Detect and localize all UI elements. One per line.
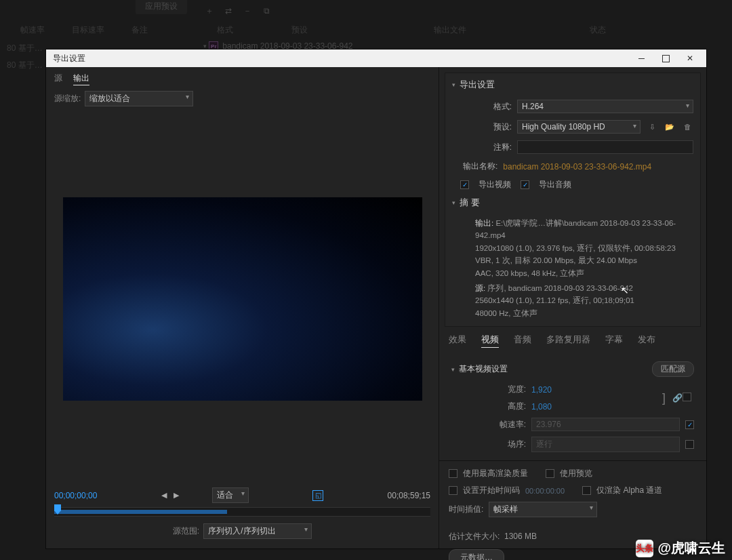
out-timecode: 00;08;59;15 xyxy=(388,491,430,500)
comment-input[interactable] xyxy=(517,140,693,154)
filesize-value: 1306 MB xyxy=(504,532,537,541)
link-dimensions-icon[interactable]: 🔗 xyxy=(672,393,683,403)
export-audio-checkbox[interactable] xyxy=(521,180,529,189)
tab-mux[interactable]: 多路复用器 xyxy=(546,334,590,348)
step-back-icon[interactable]: ◀ xyxy=(161,491,167,500)
tab-effects[interactable]: 效果 xyxy=(449,334,466,348)
tab-output[interactable]: 输出 xyxy=(73,73,89,85)
output-name-link[interactable]: bandicam 2018-09-03 23-33-06-942.mp4 xyxy=(503,162,651,172)
delete-preset-icon[interactable]: 🗑 xyxy=(681,122,693,132)
tab-audio[interactable]: 音频 xyxy=(514,334,531,348)
width-height-match-checkbox[interactable] xyxy=(683,393,691,401)
format-select[interactable]: H.264 xyxy=(517,100,693,113)
export-video-checkbox[interactable] xyxy=(460,180,469,189)
bg-col-notes: 备注 xyxy=(118,24,161,36)
import-preset-icon[interactable]: 📂 xyxy=(664,122,676,132)
alpha-label: 仅渲染 Alpha 通道 xyxy=(596,485,662,496)
set-tc-label: 设置开始时间码 xyxy=(463,485,520,496)
basic-video-header: 基本视频设置 xyxy=(459,363,508,375)
link-bracket-icon: ] xyxy=(662,391,666,405)
in-timecode[interactable]: 00;00;00;00 xyxy=(54,491,97,500)
fps-input[interactable]: 23.976 xyxy=(531,418,680,431)
timeline-range xyxy=(54,510,227,514)
scale-select[interactable]: 缩放以适合 xyxy=(85,91,193,106)
use-preview-label: 使用预览 xyxy=(560,468,592,479)
duplicate-icon[interactable]: ⧉ xyxy=(260,5,272,17)
chevron-down-icon[interactable]: ▾ xyxy=(451,366,455,373)
set-tc-checkbox[interactable] xyxy=(449,486,458,495)
metadata-button[interactable]: 元数据… xyxy=(449,549,504,560)
source-range-label: 源范围: xyxy=(173,525,199,537)
remove-icon[interactable]: － xyxy=(241,5,253,17)
bg-col-format: 格式 xyxy=(203,24,278,36)
chevron-down-icon[interactable]: ▾ xyxy=(452,199,455,206)
start-tc-value[interactable]: 00:00:00:00 xyxy=(525,487,565,495)
close-button[interactable] xyxy=(678,50,702,66)
scale-label: 源缩放: xyxy=(54,93,81,104)
match-source-button[interactable]: 匹配源 xyxy=(652,361,694,377)
bg-col-status: 状态 xyxy=(576,24,619,36)
preview-pane: 源 输出 源缩放: 缩放以适合 00;00;00;00 ◀ ▶ 适合 xyxy=(46,67,439,548)
height-label: 高度: xyxy=(492,401,526,412)
titlebar: 导出设置 xyxy=(46,49,706,67)
max-quality-checkbox[interactable] xyxy=(449,469,458,478)
toutiao-logo-icon: 头条 xyxy=(636,540,653,557)
settings-icon[interactable]: ⇄ xyxy=(222,5,235,17)
apply-preset-button[interactable]: 应用预设 xyxy=(136,0,187,14)
watermark: 头条 @虎啸云生 xyxy=(636,539,725,557)
tab-captions[interactable]: 字幕 xyxy=(605,334,623,348)
dialog-title: 导出设置 xyxy=(50,53,629,64)
preset-select[interactable]: High Quality 1080p HD xyxy=(517,120,640,134)
minimize-button[interactable] xyxy=(629,50,653,66)
bg-col-outfile: 输出文件 xyxy=(420,24,576,36)
summary-header: 摘 要 xyxy=(460,197,480,209)
zoom-select[interactable]: 适合 xyxy=(212,487,249,503)
use-preview-checkbox[interactable] xyxy=(546,469,554,478)
crop-icon[interactable]: ◱ xyxy=(312,490,323,501)
timeline[interactable] xyxy=(54,507,430,517)
add-icon[interactable]: ＋ xyxy=(203,5,216,17)
export-video-label: 导出视频 xyxy=(479,179,511,191)
save-preset-icon[interactable]: ⇩ xyxy=(646,122,658,132)
tab-publish[interactable]: 发布 xyxy=(638,334,655,348)
outname-label: 输出名称: xyxy=(463,161,497,172)
bg-col-preset: 预设 xyxy=(278,24,420,36)
watermark-text: @虎啸云生 xyxy=(657,539,725,557)
tab-video[interactable]: 视频 xyxy=(481,334,499,348)
width-label: 宽度: xyxy=(492,384,526,395)
filesize-label: 估计文件大小: xyxy=(449,532,500,541)
fps-match-checkbox[interactable] xyxy=(685,420,694,429)
source-range-select[interactable]: 序列切入/序列切出 xyxy=(203,523,312,539)
bg-col-fps: 帧速率 xyxy=(7,24,58,36)
width-value[interactable]: 1,920 xyxy=(531,385,552,395)
interp-select[interactable]: 帧采样 xyxy=(489,502,597,517)
maximize-button[interactable] xyxy=(653,50,678,66)
height-value[interactable]: 1,080 xyxy=(531,402,552,412)
preview-canvas xyxy=(63,197,422,401)
tab-source[interactable]: 源 xyxy=(54,73,62,85)
comment-label: 注释: xyxy=(471,142,512,153)
fps-label: 帧速率: xyxy=(492,419,526,431)
max-quality-label: 使用最高渲染质量 xyxy=(463,468,528,479)
format-label: 格式: xyxy=(471,101,512,113)
order-input[interactable]: 逐行 xyxy=(531,437,680,452)
bg-col-target: 目标速率 xyxy=(58,24,118,36)
export-settings-dialog: 导出设置 源 输出 源缩放: 缩放以适合 00;00;00;00 ◀ xyxy=(45,49,707,549)
summary-block: 输出: E:\虎啸学院…讲解\bandicam 2018-09-03 23-33… xyxy=(445,214,700,326)
interp-label: 时间插值: xyxy=(449,504,483,515)
export-audio-label: 导出音频 xyxy=(539,179,571,191)
settings-pane: ▾导出设置 格式: H.264 预设: High Quality 1080p H… xyxy=(439,67,706,548)
alpha-checkbox[interactable] xyxy=(582,486,591,495)
order-match-checkbox[interactable] xyxy=(685,440,694,449)
preset-label: 预设: xyxy=(471,121,512,133)
export-settings-header: 导出设置 xyxy=(460,79,495,91)
step-fwd-icon[interactable]: ▶ xyxy=(174,491,179,500)
chevron-down-icon[interactable]: ▾ xyxy=(452,81,455,88)
order-label: 场序: xyxy=(492,439,526,450)
playhead[interactable] xyxy=(54,504,61,511)
